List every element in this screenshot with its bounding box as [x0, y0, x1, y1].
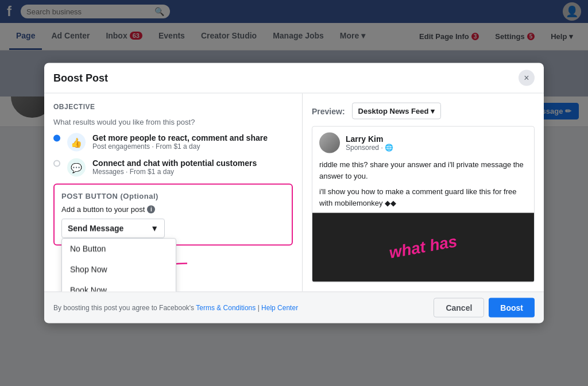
modal-close-button[interactable]: ×: [519, 70, 535, 86]
objective-section-title: OBJECTIVE: [53, 103, 293, 111]
modal-title: Boost Post: [53, 72, 108, 84]
preview-mode-selector[interactable]: Desktop News Feed ▾: [352, 103, 441, 119]
modal-header: Boost Post ×: [44, 63, 544, 94]
boost-post-modal: Boost Post × OBJECTIVE What results woul…: [44, 63, 544, 128]
objective-question: What results would you like from this po…: [53, 118, 293, 126]
preview-label: Preview:: [312, 106, 345, 115]
modal-body: OBJECTIVE What results would you like fr…: [44, 94, 544, 128]
modal-right-pane: Preview: Desktop News Feed ▾ Larry Kim S…: [303, 94, 544, 128]
modal-left-pane: OBJECTIVE What results would you like fr…: [44, 94, 303, 128]
post-header: Larry Kim Sponsored · 🌐: [312, 127, 534, 128]
post-preview: Larry Kim Sponsored · 🌐 riddle me this? …: [312, 126, 535, 128]
preview-header: Preview: Desktop News Feed ▾: [312, 103, 535, 119]
